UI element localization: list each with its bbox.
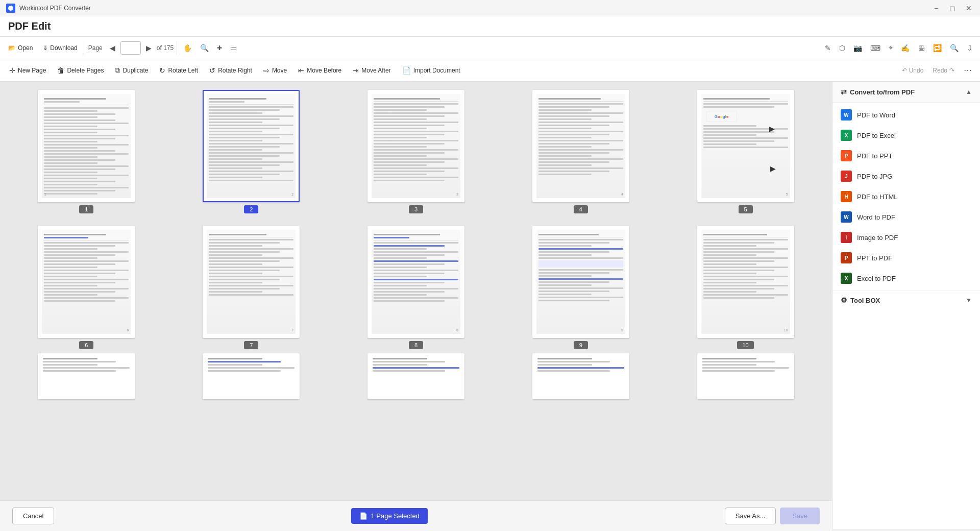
app-logo	[6, 4, 15, 13]
page-item[interactable]	[502, 353, 659, 399]
fit-page-button[interactable]: ▭	[227, 42, 240, 54]
page-number-badge-selected: 2	[244, 205, 258, 213]
move-after-button[interactable]: ⇥ Move After	[348, 64, 396, 77]
page-item[interactable]: 4 4	[502, 90, 659, 213]
page-thumbnail-selected[interactable]: 2	[203, 90, 300, 202]
pdf-to-word-item[interactable]: W PDF to Word	[832, 105, 980, 125]
convert-title: ⇄ Convert to/from PDF	[841, 88, 915, 96]
restore-button[interactable]: ◻	[947, 3, 958, 13]
image-insert-button[interactable]: 📷	[850, 42, 865, 54]
page-item[interactable]	[8, 353, 165, 399]
move-before-button[interactable]: ⇤ Move Before	[293, 64, 347, 77]
page-thumbnail-partial[interactable]	[532, 353, 629, 399]
move-icon: ⇨	[263, 66, 270, 75]
download-btn2[interactable]: ⇩	[964, 42, 976, 54]
page-thumbnail-partial[interactable]	[697, 353, 794, 399]
convert-chevron-icon[interactable]: ▲	[966, 88, 972, 95]
draw-tool-button[interactable]: ✎	[822, 42, 834, 54]
excel-to-pdf-item[interactable]: X Excel to PDF	[832, 268, 980, 288]
page-item[interactable]	[667, 353, 824, 399]
undo-icon: ↶	[902, 67, 907, 74]
page-number-badge: 9	[574, 341, 588, 349]
rotate-left-button[interactable]: ↻ Rotate Left	[154, 64, 203, 77]
page-item[interactable]	[173, 353, 330, 399]
page-item[interactable]: 8 8	[338, 226, 495, 349]
page-thumbnail[interactable]: 3	[368, 90, 464, 202]
save-button[interactable]: Save	[780, 508, 820, 524]
page-item[interactable]: 2 2	[173, 90, 330, 213]
pdf-to-excel-item[interactable]: X PDF to Excel	[832, 125, 980, 146]
convert-icon: ⇄	[841, 88, 847, 96]
page-item[interactable]	[338, 353, 495, 399]
move-button[interactable]: ⇨ Move	[258, 64, 292, 77]
page-item[interactable]: 10 10	[667, 226, 824, 349]
page-thumbnail-partial[interactable]	[203, 353, 300, 399]
page-thumbnail[interactable]: 1	[38, 90, 135, 202]
print-button[interactable]: 🖶	[915, 42, 928, 54]
jpg-icon: J	[841, 171, 852, 182]
page-item[interactable]: 3 3	[338, 90, 495, 213]
page-number-badge: 8	[409, 341, 423, 349]
page-item[interactable]: 9 9	[502, 226, 659, 349]
page-item[interactable]: 7 7	[173, 226, 330, 349]
save-as-button[interactable]: Save As...	[725, 508, 776, 524]
rotate-right-button[interactable]: ↺ Rotate Right	[204, 64, 257, 77]
pdf-to-html-item[interactable]: H PDF to HTML	[832, 186, 980, 207]
shapes-button[interactable]: ⬡	[836, 42, 848, 54]
page-thumbnail[interactable]: 8	[368, 226, 464, 338]
close-button[interactable]: ✕	[964, 3, 974, 13]
page-thumbnail[interactable]: 4	[532, 90, 629, 202]
open-icon: 📂	[8, 44, 16, 52]
thumb-content: 9	[536, 230, 625, 334]
page-navigation: Page ◀ 1 ▶ of 175	[88, 41, 174, 55]
new-page-button[interactable]: ✛ New Page	[4, 64, 51, 77]
page-title: PDF Edit	[8, 20, 51, 32]
undo-button[interactable]: ↶ Undo	[898, 65, 928, 76]
page-thumbnail[interactable]: 7	[203, 226, 300, 338]
more-options-button[interactable]: ⋯	[960, 63, 976, 77]
resize-button[interactable]: ⌖	[886, 41, 896, 54]
page-thumbnail-partial[interactable]	[368, 353, 464, 399]
toolbox-chevron-icon[interactable]: ▼	[966, 297, 972, 304]
zoom-in-button[interactable]: ✚	[214, 42, 225, 54]
image-to-pdf-item[interactable]: I Image to PDF	[832, 227, 980, 248]
import-icon: 📄	[402, 66, 411, 75]
window-controls: − ◻ ✕	[931, 3, 974, 13]
zoom-out-button[interactable]: 🔍	[197, 42, 212, 54]
cancel-button[interactable]: Cancel	[12, 508, 54, 524]
toolbox-section[interactable]: ⚙ Tool BOX ▼	[832, 291, 980, 309]
share-button[interactable]: 🔁	[930, 42, 945, 54]
page-thumbnail[interactable]: 9	[532, 226, 629, 338]
page-number-input[interactable]: 1	[120, 41, 141, 55]
page-thumbnail[interactable]: Google ▶ ▶ 5	[697, 90, 794, 202]
pen-button[interactable]: ✍	[898, 42, 913, 54]
right-panel: ⇄ Convert to/from PDF ▲ W PDF to Word X …	[832, 82, 980, 529]
pdf-to-ppt-item[interactable]: P PDF to PPT	[832, 146, 980, 166]
convert-panel-header[interactable]: ⇄ Convert to/from PDF ▲	[832, 82, 980, 103]
page-thumbnail-partial[interactable]	[38, 353, 135, 399]
text-box-button[interactable]: ⌨	[867, 42, 884, 54]
search-button[interactable]: 🔍	[947, 42, 962, 54]
word-to-pdf-item[interactable]: W Word to PDF	[832, 207, 980, 227]
minimize-button[interactable]: −	[931, 3, 941, 13]
page-item[interactable]: Google ▶ ▶ 5	[667, 90, 824, 213]
duplicate-button[interactable]: ⧉ Duplicate	[110, 63, 153, 77]
redo-button[interactable]: Redo ↷	[928, 65, 959, 76]
page-thumbnail[interactable]: 6	[38, 226, 135, 338]
import-document-button[interactable]: 📄 Import Document	[397, 64, 465, 77]
delete-pages-button[interactable]: 🗑 Delete Pages	[52, 64, 109, 77]
next-page-button[interactable]: ▶	[143, 42, 155, 54]
page-thumbnail[interactable]: 10	[697, 226, 794, 338]
page-selected-badge[interactable]: 📄 1 Page Selected	[351, 508, 427, 524]
page-item[interactable]: 1 1	[8, 90, 165, 213]
thumb-content: 7	[207, 230, 296, 334]
pdf-pages-area[interactable]: 1 1	[0, 82, 832, 529]
ppt-to-pdf-item[interactable]: P PPT to PDF	[832, 248, 980, 268]
prev-page-button[interactable]: ◀	[107, 42, 118, 54]
download-button[interactable]: ⇓ Download	[39, 42, 81, 54]
page-label: Page	[88, 44, 103, 52]
open-button[interactable]: 📂 Open	[4, 42, 37, 54]
pdf-to-jpg-item[interactable]: J PDF to JPG	[832, 166, 980, 186]
page-item[interactable]: 6 6	[8, 226, 165, 349]
pan-tool-button[interactable]: ✋	[180, 42, 195, 54]
